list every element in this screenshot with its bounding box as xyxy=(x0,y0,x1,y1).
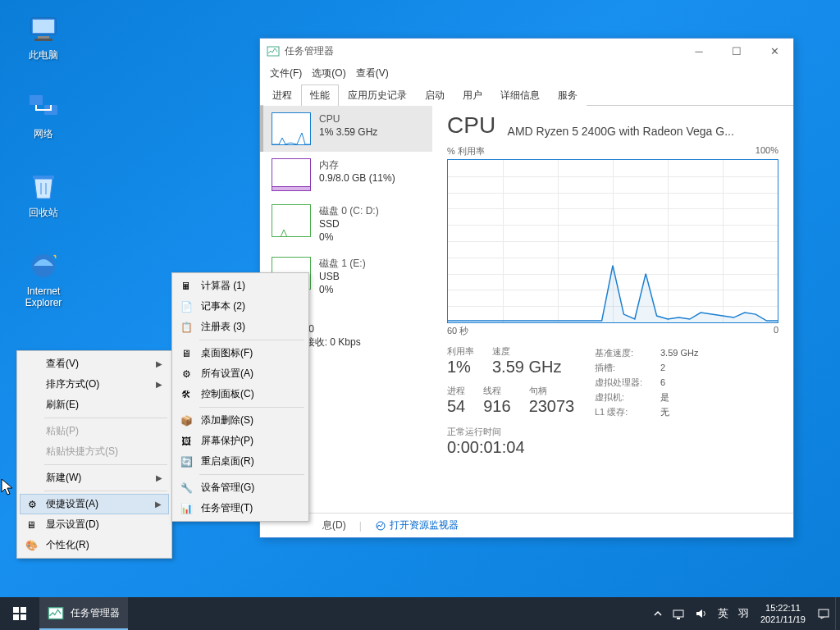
perf-card-cpu[interactable]: CPU1% 3.59 GHz xyxy=(260,106,432,152)
tray-ime[interactable]: 英 xyxy=(713,597,733,630)
show-desktop-button[interactable] xyxy=(835,597,840,630)
recycle-bin-icon xyxy=(26,169,61,203)
perf-detail: CPU AMD Ryzen 5 2400G with Radeon Vega G… xyxy=(432,106,793,513)
control-panel-icon: 🛠 xyxy=(180,388,193,401)
menu-item[interactable]: 📊任务管理(T) xyxy=(175,498,306,518)
start-button[interactable] xyxy=(0,597,39,630)
menu-item[interactable]: 🖼屏幕保护(P) xyxy=(175,431,306,451)
axis-right: 0 xyxy=(774,325,778,337)
menu-options[interactable]: 选项(O) xyxy=(307,65,350,82)
menu-item: 粘贴快捷方式(S) xyxy=(20,441,169,462)
notepad-icon: 📄 xyxy=(180,300,193,313)
menu-item[interactable]: 🎨个性化(R) xyxy=(20,535,169,555)
titlebar[interactable]: 任务管理器 ─ ☐ ✕ xyxy=(260,39,793,63)
footer: 息(D) | 打开资源监视器 xyxy=(260,513,793,537)
menu-item[interactable]: 🔧设备管理(G) xyxy=(175,477,306,498)
minimize-button[interactable]: ─ xyxy=(680,39,718,63)
tab-details[interactable]: 详细信息 xyxy=(491,84,549,106)
menu-item[interactable]: 🖩计算器 (1) xyxy=(175,276,306,296)
cpu-info-table: 基准速度:3.59 GHz 插槽:2 虚拟处理器:6 虚拟机:是 L1 缓存:无 xyxy=(595,345,698,424)
open-resmon-link[interactable]: 打开资源监视器 xyxy=(375,518,459,532)
cpu-heading: CPU xyxy=(447,112,495,139)
tabbar: 进程 性能 应用历史记录 启动 用户 详细信息 服务 xyxy=(260,84,793,106)
submenu-arrow-icon: ▶ xyxy=(155,500,162,509)
perf-card-disk0[interactable]: 磁盘 0 (C: D:)SSD0% xyxy=(260,198,432,250)
desktop-icon-label: Internet Explorer xyxy=(13,285,74,308)
taskbar: 任务管理器 英 羽 15:22:11 2021/11/19 xyxy=(0,597,840,630)
menu-file[interactable]: 文件(F) xyxy=(265,65,307,82)
devmgr-icon: 🔧 xyxy=(180,482,193,495)
svg-rect-14 xyxy=(21,614,26,620)
restart-icon: 🔄 xyxy=(180,455,193,468)
menu-item[interactable]: ⚙便捷设置(A)▶ xyxy=(20,494,169,514)
desktop-icon-label: 回收站 xyxy=(13,207,74,218)
menu-item[interactable]: 查看(V)▶ xyxy=(20,354,169,374)
regedit-icon: 📋 xyxy=(180,321,193,334)
util-max: 100% xyxy=(756,145,778,158)
taskbar-app-label: 任务管理器 xyxy=(71,606,120,620)
menu-item[interactable]: ⚙所有设置(A) xyxy=(175,363,306,384)
maximize-button[interactable]: ☐ xyxy=(718,39,756,63)
memory-thumb xyxy=(272,158,311,191)
tray-clock[interactable]: 15:22:11 2021/11/19 xyxy=(754,602,812,625)
calc-icon: 🖩 xyxy=(180,280,193,293)
svg-rect-13 xyxy=(13,614,19,620)
gear-icon: ⚙ xyxy=(25,498,39,511)
fewer-details-button[interactable]: 息(D) xyxy=(322,518,346,532)
menu-item[interactable]: 📦添加删除(S) xyxy=(175,410,306,431)
tab-processes[interactable]: 进程 xyxy=(263,84,301,106)
tab-app-history[interactable]: 应用历史记录 xyxy=(339,84,416,106)
stat-handle: 23073 xyxy=(529,397,575,416)
svg-rect-1 xyxy=(33,20,54,33)
svg-rect-17 xyxy=(677,618,680,619)
stat-proc: 54 xyxy=(447,397,465,416)
stat-util: 1% xyxy=(447,358,474,377)
tab-users[interactable]: 用户 xyxy=(454,84,491,106)
tab-startup[interactable]: 启动 xyxy=(416,84,454,106)
menu-item[interactable]: 排序方式(O)▶ xyxy=(20,374,169,395)
axis-left: 60 秒 xyxy=(447,325,468,337)
desktop-icon-this-pc[interactable]: 此电脑 xyxy=(13,11,74,61)
tray-ime2[interactable]: 羽 xyxy=(733,597,754,630)
mouse-cursor-icon xyxy=(1,478,16,498)
svg-rect-3 xyxy=(34,39,52,41)
tab-performance[interactable]: 性能 xyxy=(301,84,339,106)
menu-item[interactable]: 📋注册表 (3) xyxy=(175,317,306,337)
display-icon: 🖥 xyxy=(25,518,38,532)
windows-icon xyxy=(13,607,26,620)
desktop-icon-recycle-bin[interactable]: 回收站 xyxy=(13,169,74,218)
settings-submenu: 🖩计算器 (1)📄记事本 (2)📋注册表 (3)🖥桌面图标(F)⚙所有设置(A)… xyxy=(171,272,309,522)
submenu-arrow-icon: ▶ xyxy=(156,473,162,482)
taskmgr-icon xyxy=(48,605,64,621)
desktop-icon-ie[interactable]: Internet Explorer xyxy=(13,248,74,308)
disk-thumb xyxy=(272,204,311,237)
network-icon xyxy=(26,90,61,125)
menu-item[interactable]: 🖥桌面图标(F) xyxy=(175,343,306,363)
perf-card-memory[interactable]: 内存0.9/8.0 GB (11%) xyxy=(260,152,432,198)
close-button[interactable]: ✕ xyxy=(756,39,793,63)
menu-item[interactable]: 🔄重启桌面(R) xyxy=(175,451,306,472)
desktop-icon-network[interactable]: 网络 xyxy=(13,90,74,139)
tray-volume-icon[interactable] xyxy=(690,597,713,630)
svg-rect-12 xyxy=(21,607,26,613)
menu-item[interactable]: 刷新(E) xyxy=(20,395,169,415)
menu-item: 粘贴(P) xyxy=(20,421,169,441)
tray-overflow-button[interactable] xyxy=(649,597,667,630)
menu-item[interactable]: 新建(W)▶ xyxy=(20,468,169,488)
stat-thread: 916 xyxy=(483,397,510,416)
menu-view[interactable]: 查看(V) xyxy=(351,65,394,82)
pc-icon xyxy=(26,11,61,46)
tray-network-icon[interactable] xyxy=(667,597,690,630)
tray-notifications-icon[interactable] xyxy=(812,597,835,630)
taskmgr-icon xyxy=(267,44,280,57)
menu-item[interactable]: 🖥显示设置(D) xyxy=(20,514,169,535)
taskbar-app-taskmgr[interactable]: 任务管理器 xyxy=(39,597,128,630)
screensaver-icon: 🖼 xyxy=(180,435,193,448)
personalize-icon: 🎨 xyxy=(25,539,38,552)
svg-point-10 xyxy=(377,522,385,530)
tab-services[interactable]: 服务 xyxy=(549,84,587,106)
menu-item[interactable]: 📄记事本 (2) xyxy=(175,296,306,317)
menu-item[interactable]: 🛠控制面板(C) xyxy=(175,384,306,404)
cpu-chart xyxy=(447,159,778,323)
svg-rect-16 xyxy=(673,610,683,617)
